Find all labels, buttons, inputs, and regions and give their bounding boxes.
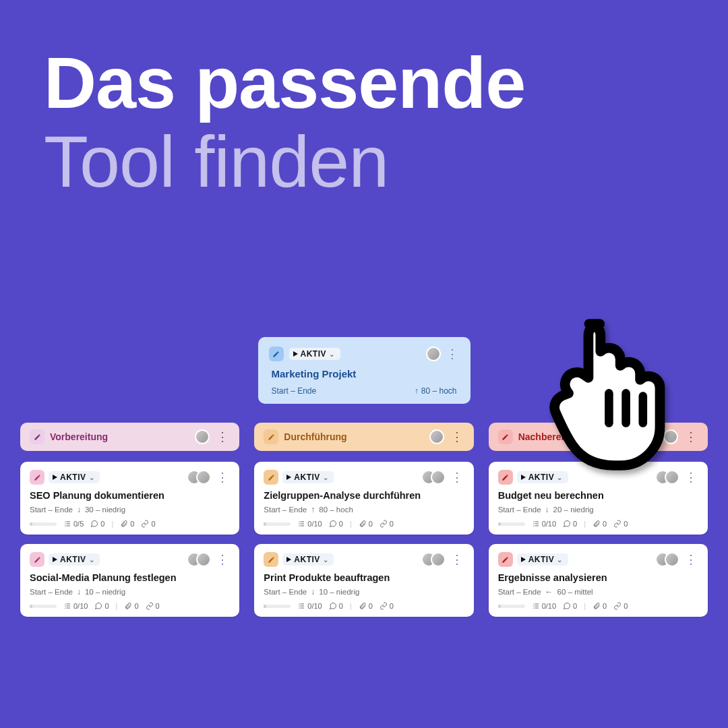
task-card[interactable]: AKTIV ⌄ ⋮ Budget neu berechnen Start – E… [489, 462, 708, 535]
pencil-icon[interactable] [498, 470, 513, 485]
attachment-count: 0 [593, 602, 607, 610]
progress-bar [264, 522, 291, 526]
pencil-icon[interactable] [498, 552, 513, 567]
link-count: 0 [380, 602, 394, 610]
kebab-menu[interactable]: ⋮ [215, 474, 230, 481]
attachment-count: 0 [124, 602, 138, 610]
task-title: SEO Planung dokumentieren [30, 490, 230, 501]
avatar[interactable] [426, 346, 441, 361]
pencil-icon[interactable] [264, 552, 278, 567]
avatar[interactable] [195, 429, 210, 444]
task-title: Ergebnisse analysieren [498, 572, 698, 583]
status-pill[interactable]: AKTIV ⌄ [289, 348, 340, 360]
card-title: Marketing Projekt [269, 368, 460, 380]
column-label: Vorbereitung [50, 431, 108, 442]
column-header[interactable]: Durchführung ⋮ [254, 423, 473, 451]
chevron-down-icon: ⌄ [89, 474, 95, 481]
status-label: AKTIV [60, 473, 86, 482]
chevron-down-icon: ⌄ [323, 556, 329, 564]
avatar-stack[interactable] [187, 470, 211, 485]
link-count: 0 [380, 520, 394, 528]
status-label: AKTIV [528, 555, 555, 564]
status-pill[interactable]: AKTIV ⌄ [517, 553, 568, 566]
kebab-menu[interactable]: ⋮ [445, 351, 460, 357]
link-count: 0 [613, 520, 628, 528]
avatar-stack[interactable] [421, 552, 446, 567]
kebab-menu[interactable]: ⋮ [450, 474, 464, 481]
kanban-column: Vorbereitung ⋮ AKTIV ⌄ ⋮ SEO Planung dok… [20, 423, 239, 626]
pencil-icon[interactable] [269, 346, 284, 361]
progress-bar [264, 605, 291, 608]
checklist-count: 0/10 [297, 602, 322, 610]
avatar[interactable] [429, 429, 444, 444]
attachment-count: 0 [359, 520, 373, 528]
task-card[interactable]: AKTIV ⌄ ⋮ Print Produkte beauftragen Sta… [254, 544, 473, 617]
comment-count: 0 [90, 520, 104, 528]
date-range: Start – Ende [272, 386, 317, 396]
task-card[interactable]: AKTIV ⌄ ⋮ Social-Media Planung festlegen… [20, 544, 239, 617]
chevron-down-icon: ⌄ [89, 556, 95, 564]
kebab-menu[interactable]: ⋮ [215, 433, 230, 440]
avatar[interactable] [431, 470, 446, 485]
avatar[interactable] [196, 552, 211, 567]
status-pill[interactable]: AKTIV ⌄ [49, 471, 100, 483]
chevron-down-icon: ⌄ [323, 474, 329, 481]
progress-bar [498, 605, 525, 608]
task-title: Social-Media Planung festlegen [30, 572, 230, 583]
avatar-stack[interactable] [187, 552, 211, 567]
kebab-menu[interactable]: ⋮ [450, 556, 464, 563]
priority-arrow-icon: ↓ [77, 587, 81, 597]
pencil-icon[interactable] [30, 429, 44, 444]
kebab-menu[interactable]: ⋮ [684, 556, 698, 563]
parent-project-card[interactable]: AKTIV ⌄ ⋮ Marketing Projekt Start – Ende… [258, 337, 471, 404]
hero-heading: Das passende Tool finden [0, 0, 728, 201]
priority-label: 10 – niedrig [319, 588, 359, 596]
comment-count: 0 [329, 602, 343, 610]
task-card[interactable]: AKTIV ⌄ ⋮ SEO Planung dokumentieren Star… [20, 462, 239, 535]
kebab-menu[interactable]: ⋮ [450, 433, 464, 440]
comment-count: 0 [563, 602, 577, 610]
status-pill[interactable]: AKTIV ⌄ [49, 553, 100, 566]
status-label: AKTIV [294, 473, 320, 482]
status-pill[interactable]: AKTIV ⌄ [517, 471, 568, 483]
status-label: AKTIV [301, 349, 327, 359]
priority-label: 10 – niedrig [85, 588, 125, 596]
play-icon [521, 475, 526, 480]
kebab-menu[interactable]: ⋮ [684, 433, 698, 440]
column-label: Durchführung [284, 431, 346, 442]
checklist-count: 0/10 [63, 602, 88, 610]
pencil-icon[interactable] [498, 429, 513, 444]
column-header[interactable]: Vorbereitung ⋮ [20, 423, 239, 451]
avatar[interactable] [665, 552, 679, 567]
pencil-icon[interactable] [264, 429, 278, 444]
avatar[interactable] [431, 552, 446, 567]
date-range: Start – Ende [498, 506, 541, 514]
progress-bar [498, 522, 525, 526]
avatar[interactable] [196, 470, 211, 485]
pencil-icon[interactable] [30, 552, 44, 567]
attachment-count: 0 [120, 520, 134, 528]
link-count: 0 [613, 602, 628, 610]
avatar-stack[interactable] [421, 470, 446, 485]
date-range: Start – Ende [264, 506, 307, 514]
status-pill[interactable]: AKTIV ⌄ [282, 471, 334, 483]
play-icon [286, 475, 291, 480]
task-card[interactable]: AKTIV ⌄ ⋮ Ergebnisse analysieren Start –… [489, 544, 708, 617]
status-pill[interactable]: AKTIV ⌄ [282, 553, 334, 566]
checklist-count: 0/10 [532, 520, 556, 528]
avatar-stack[interactable] [655, 552, 679, 567]
progress-bar [30, 522, 57, 526]
kebab-menu[interactable]: ⋮ [215, 556, 230, 563]
status-label: AKTIV [60, 555, 86, 564]
priority-label: 30 – niedrig [85, 506, 125, 514]
priority-arrow-icon: ↓ [545, 505, 549, 514]
pencil-icon[interactable] [264, 470, 278, 485]
priority-label: 60 – mittel [557, 588, 593, 596]
pencil-icon[interactable] [30, 470, 44, 485]
kebab-menu[interactable]: ⋮ [684, 474, 698, 481]
comment-count: 0 [329, 520, 343, 528]
priority-arrow-icon: ↓ [77, 505, 81, 514]
task-card[interactable]: AKTIV ⌄ ⋮ Zielgruppen-Analyse durchführe… [254, 462, 473, 535]
hero-line2: Tool finden [44, 121, 388, 202]
kanban-column: Durchführung ⋮ AKTIV ⌄ ⋮ Zielgruppen-Ana… [254, 423, 473, 626]
